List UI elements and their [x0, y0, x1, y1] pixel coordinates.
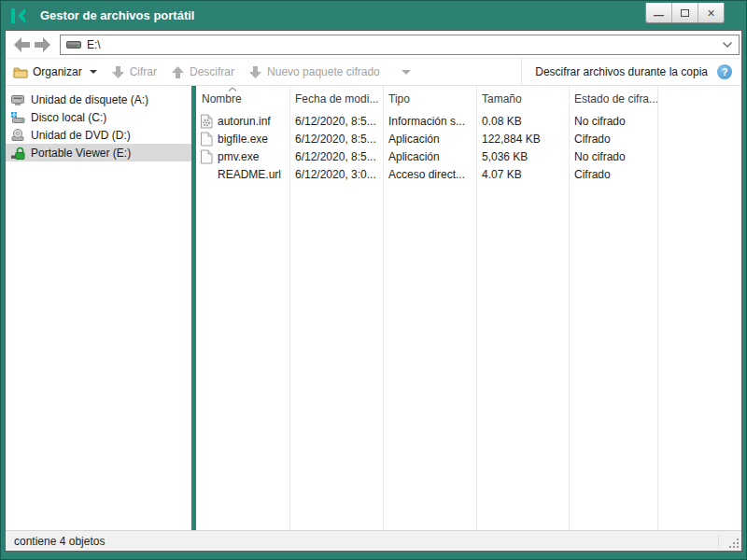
encrypt-arrow-down-icon — [111, 65, 125, 79]
column-divider — [289, 86, 290, 530]
file-size: 5,036 KB — [476, 150, 569, 163]
file-row-readme[interactable]: README.url 6/12/2020, 3:0... Acceso dire… — [196, 165, 741, 183]
file-type: Información s... — [383, 115, 476, 128]
file-row-bigfile[interactable]: bigfile.exe 6/12/2020, 8:5... Aplicación… — [196, 130, 741, 147]
sidebar-item-floppy-a[interactable]: Unidad de disquete (A:) — [6, 91, 191, 108]
dvd-drive-icon — [10, 128, 25, 143]
floppy-drive-icon — [10, 92, 25, 107]
address-text: E:\ — [87, 38, 716, 51]
chevron-down-icon[interactable] — [722, 41, 733, 49]
file-list-header: Nombre Fecha de modi... Tipo Tamaño Esta… — [196, 86, 741, 112]
file-list: Nombre Fecha de modi... Tipo Tamaño Esta… — [196, 86, 741, 530]
maximize-button[interactable] — [671, 3, 698, 22]
file-encryption-status: No cifrado — [569, 150, 657, 163]
sidebar-item-dvd-d[interactable]: Unidad de DVD (D:) — [6, 126, 191, 144]
sidebar-item-label: Unidad de DVD (D:) — [31, 129, 131, 142]
kaspersky-logo-icon — [10, 7, 29, 24]
file-modified: 6/12/2020, 8:5... — [289, 150, 383, 163]
file-modified: 6/12/2020, 3:0... — [289, 168, 383, 181]
column-header-size[interactable]: Tamaño — [476, 92, 569, 105]
window-controls: — × — [645, 3, 725, 23]
new-encrypted-package-label: Nuevo paquete cifrado — [267, 65, 380, 78]
file-row-pmv[interactable]: pmv.exe 6/12/2020, 8:5... Aplicación 5,0… — [196, 147, 741, 165]
column-header-encryption[interactable]: Estado de cifra... — [569, 92, 657, 105]
minimize-icon: — — [654, 10, 664, 21]
file-encryption-status: Cifrado — [569, 168, 657, 181]
package-arrow-down-icon — [248, 65, 262, 79]
main-area: Unidad de disquete (A:) Disco local (C:) — [6, 86, 741, 530]
maximize-icon — [681, 9, 689, 17]
new-encrypted-package-button[interactable]: Nuevo paquete cifrado — [248, 65, 411, 79]
file-name: bigfile.exe — [218, 133, 268, 146]
package-dropdown-icon — [402, 70, 411, 75]
back-arrow-icon — [13, 36, 31, 53]
file-name: pmv.exe — [218, 150, 259, 163]
decrypt-label: Descifrar — [190, 65, 234, 78]
decrypt-on-copy-label: Descifrar archivos durante la copia — [535, 65, 708, 78]
window-content: E:\ Organizar Cifrar — [5, 30, 742, 552]
resize-grip-icon[interactable] — [727, 537, 739, 548]
file-modified: 6/12/2020, 8:5... — [289, 115, 383, 128]
column-header-type[interactable]: Tipo — [383, 92, 476, 105]
forward-button[interactable] — [32, 35, 52, 54]
encrypt-button[interactable]: Cifrar — [111, 65, 157, 79]
column-divider — [657, 86, 658, 530]
encrypt-label: Cifrar — [130, 65, 157, 78]
column-divider — [569, 86, 570, 530]
generic-file-icon — [200, 132, 213, 147]
toolbar: Organizar Cifrar Descifrar Nuevo paque — [6, 58, 741, 86]
file-encryption-status: Cifrado — [569, 133, 657, 146]
status-text: contiene 4 objetos — [14, 535, 105, 548]
file-row-autorun[interactable]: autorun.inf 6/12/2020, 8:5... Informació… — [196, 112, 741, 130]
back-button[interactable] — [11, 35, 32, 54]
locked-drive-icon — [10, 146, 25, 161]
status-bar: contiene 4 objetos — [6, 530, 741, 551]
navigation-bar: E:\ — [6, 31, 741, 58]
decrypt-arrow-up-icon — [171, 65, 185, 79]
drive-icon — [66, 38, 81, 50]
forward-arrow-icon — [34, 36, 51, 53]
file-name: README.url — [218, 168, 281, 181]
column-divider — [476, 86, 477, 530]
file-type: Acceso direct... — [383, 168, 476, 181]
file-modified: 6/12/2020, 8:5... — [289, 133, 383, 146]
file-name: autorun.inf — [218, 115, 271, 128]
portable-file-manager-window: Gestor de archivos portátil — × — [0, 0, 747, 560]
column-header-name[interactable]: Nombre — [196, 92, 289, 105]
organize-dropdown-icon — [90, 70, 97, 74]
settings-file-icon — [200, 114, 213, 129]
sidebar-item-label: Portable Viewer (E:) — [31, 147, 131, 160]
sidebar-item-label: Unidad de disquete (A:) — [31, 93, 148, 106]
generic-file-icon — [200, 149, 213, 164]
sidebar-item-portable-viewer-e[interactable]: Portable Viewer (E:) — [6, 144, 191, 161]
file-type: Aplicación — [383, 150, 476, 163]
address-bar[interactable]: E:\ — [60, 35, 740, 55]
file-encryption-status: No cifrado — [569, 115, 657, 128]
minimize-button[interactable]: — — [646, 3, 671, 22]
hard-drive-icon — [10, 110, 25, 125]
file-type: Aplicación — [383, 133, 476, 146]
file-size: 4.07 KB — [476, 168, 569, 181]
organize-button[interactable]: Organizar — [13, 65, 97, 78]
folder-icon — [13, 65, 28, 78]
file-size: 0.08 KB — [476, 115, 569, 128]
sidebar-item-local-disk-c[interactable]: Disco local (C:) — [6, 108, 191, 126]
file-size: 122,884 KB — [476, 133, 569, 146]
organize-label: Organizar — [33, 65, 82, 78]
titlebar: Gestor de archivos portátil — × — [1, 1, 746, 30]
decrypt-button[interactable]: Descifrar — [171, 65, 234, 79]
close-button[interactable]: × — [698, 3, 724, 22]
sort-ascending-icon — [228, 87, 237, 91]
column-header-modified[interactable]: Fecha de modi... — [289, 92, 383, 105]
decrypt-on-copy-section: Descifrar archivos durante la copia ? — [521, 59, 741, 85]
column-divider — [383, 86, 384, 530]
help-icon[interactable]: ? — [717, 64, 732, 79]
window-title: Gestor de archivos portátil — [40, 8, 194, 22]
close-icon: × — [707, 7, 714, 20]
drive-sidebar: Unidad de disquete (A:) Disco local (C:) — [6, 86, 191, 530]
status-bar-divider — [718, 535, 719, 547]
sidebar-item-label: Disco local (C:) — [31, 111, 106, 124]
